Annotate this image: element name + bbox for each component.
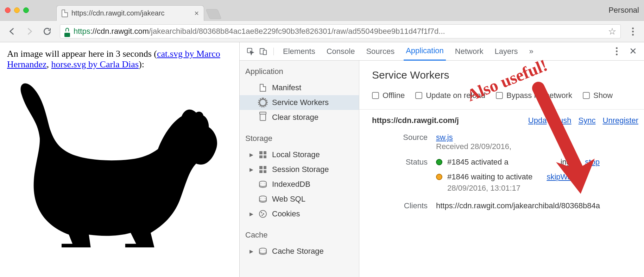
- devtools-tab-more[interactable]: »: [527, 43, 536, 60]
- sidebar-item-service-workers[interactable]: Service Workers: [240, 95, 359, 110]
- caret-right-icon: ▶: [250, 152, 254, 158]
- link-horse-svg[interactable]: horse.svg by Carla Dias: [51, 59, 139, 69]
- row-source: Source sw.js Received 28/09/2016,: [393, 133, 644, 151]
- link-unregister[interactable]: Unregister: [603, 116, 638, 125]
- lock-icon: [64, 28, 70, 35]
- caret-right-icon: ▶: [250, 167, 254, 172]
- label-status: Status: [393, 158, 428, 167]
- devtools-body: Application Manifest Service Workers Cle…: [240, 61, 644, 277]
- devtools-tab-application[interactable]: Application: [404, 42, 446, 61]
- status-dot-green-icon: [436, 159, 442, 165]
- status-dot-orange-icon: [436, 174, 442, 180]
- reload-button[interactable]: [42, 26, 52, 36]
- application-sidebar: Application Manifest Service Workers Cle…: [240, 61, 359, 277]
- browser-tab[interactable]: https://cdn.rawgit.com/jakearc ×: [56, 5, 204, 21]
- browser-menu-icon[interactable]: [629, 27, 637, 36]
- clients-url: https://cdn.rawgit.com/jakearchibald/803…: [436, 201, 600, 210]
- profile-label[interactable]: Personal: [608, 6, 639, 15]
- link-skipwaiting[interactable]: skipWaiting: [547, 172, 586, 181]
- sidebar-group-storage: Storage: [240, 128, 359, 147]
- status-waiting: #1846 waiting to activate skipWaiting: [436, 172, 600, 181]
- database-icon: [259, 248, 267, 255]
- devtools-tab-elements[interactable]: Elements: [281, 43, 317, 60]
- devtools-toolbar: Elements Console Sources Application Net…: [240, 42, 644, 61]
- new-tab-button[interactable]: [206, 9, 221, 19]
- trash-icon: [260, 114, 266, 121]
- link-update[interactable]: Upda: [528, 116, 547, 125]
- sidebar-item-clear-storage[interactable]: Clear storage: [240, 110, 359, 125]
- svg-rect-2: [263, 50, 266, 55]
- sidebar-item-cookies[interactable]: ▶Cookies: [240, 207, 359, 221]
- sidebar-item-cache-storage[interactable]: ▶Cache Storage: [240, 244, 359, 259]
- sw-options-row: Offline Update on reload Bypass for netw…: [372, 91, 644, 100]
- caret-right-icon: ▶: [250, 211, 254, 217]
- checkbox-icon: [496, 92, 503, 99]
- checkbox-icon: [415, 92, 422, 99]
- page-intro: An image will appear here in 3 seconds (…: [7, 49, 232, 70]
- chk-update-on-reload[interactable]: Update on reload: [415, 91, 485, 100]
- cookie-icon: [259, 210, 267, 218]
- status-waiting-time: 28/09/2016, 13:01:17: [447, 184, 600, 193]
- cat-silhouette-icon: [7, 72, 225, 248]
- window-controls: [5, 7, 29, 13]
- link-source-file[interactable]: sw.js: [436, 133, 453, 142]
- label-source: Source: [393, 133, 428, 142]
- chk-show-all[interactable]: Show: [583, 91, 613, 100]
- database-icon: [259, 181, 267, 188]
- sidebar-item-manifest[interactable]: Manifest: [240, 80, 359, 95]
- sidebar-item-indexeddb[interactable]: IndexedDB: [240, 177, 359, 192]
- file-icon: [62, 10, 68, 17]
- devtools-tab-layers[interactable]: Layers: [492, 43, 520, 60]
- sidebar-item-local-storage[interactable]: ▶Local Storage: [240, 147, 359, 162]
- chk-bypass-network[interactable]: Bypass for network: [496, 91, 572, 100]
- devtools-panel: Elements Console Sources Application Net…: [239, 42, 644, 277]
- device-toolbar-icon[interactable]: [259, 48, 267, 55]
- chk-offline[interactable]: Offline: [372, 91, 405, 100]
- storage-grid-icon: [259, 151, 266, 158]
- sidebar-item-session-storage[interactable]: ▶Session Storage: [240, 162, 359, 177]
- devtools-inspect-controls: [247, 48, 274, 55]
- divider: [359, 109, 644, 110]
- registration-url: https://cdn.rawgit.com/j: [372, 116, 459, 125]
- caret-right-icon: ▶: [250, 248, 254, 254]
- database-icon: [259, 196, 267, 203]
- status-activated: #1845 activated a ing stop: [436, 158, 600, 167]
- checkbox-icon: [372, 92, 379, 99]
- registration-row: https://cdn.rawgit.com/j Upda Push Sync …: [372, 116, 644, 125]
- link-push[interactable]: Push: [554, 116, 571, 125]
- row-status: Status #1845 activated a ing stop #1846 …: [393, 158, 644, 195]
- panel-title: Service Workers: [372, 69, 644, 81]
- gear-icon: [259, 99, 267, 106]
- content-area: An image will appear here in 3 seconds (…: [0, 42, 644, 277]
- link-sync[interactable]: Sync: [579, 116, 596, 125]
- file-icon: [260, 84, 266, 92]
- devtools-menu-icon[interactable]: [612, 47, 621, 55]
- minimize-window-icon[interactable]: [14, 7, 20, 13]
- inspect-element-icon[interactable]: [247, 48, 254, 55]
- bookmark-star-icon[interactable]: ☆: [608, 26, 616, 37]
- sidebar-group-application: Application: [240, 61, 359, 80]
- tab-title: https://cdn.rawgit.com/jakearc: [71, 9, 191, 17]
- row-clients: Clients https://cdn.rawgit.com/jakearchi…: [393, 201, 644, 210]
- storage-grid-icon: [259, 166, 266, 173]
- url-text: https://cdn.rawgit.com/jakearchibald/803…: [74, 27, 605, 36]
- devtools-close-icon[interactable]: ✕: [629, 46, 637, 57]
- checkbox-icon: [583, 92, 590, 99]
- browser-toolbar: https://cdn.rawgit.com/jakearchibald/803…: [0, 20, 644, 42]
- maximize-window-icon[interactable]: [23, 7, 29, 13]
- devtools-tab-sources[interactable]: Sources: [364, 43, 397, 60]
- registration-actions: Upda Push Sync Unregister: [528, 116, 644, 125]
- address-bar[interactable]: https://cdn.rawgit.com/jakearchibald/803…: [60, 24, 621, 38]
- close-window-icon[interactable]: [5, 7, 11, 13]
- tab-close-icon[interactable]: ×: [194, 9, 199, 18]
- cat-image: [7, 72, 232, 251]
- link-stop[interactable]: stop: [585, 158, 600, 167]
- sidebar-item-websql[interactable]: Web SQL: [240, 192, 359, 207]
- devtools-tab-console[interactable]: Console: [324, 43, 357, 60]
- page-viewport: An image will appear here in 3 seconds (…: [0, 42, 239, 277]
- devtools-tab-network[interactable]: Network: [453, 43, 486, 60]
- forward-button[interactable]: [25, 26, 34, 36]
- source-received: Received 28/09/2016,: [436, 142, 511, 151]
- back-button[interactable]: [7, 26, 17, 36]
- service-workers-panel: Service Workers Offline Update on reload…: [359, 61, 644, 277]
